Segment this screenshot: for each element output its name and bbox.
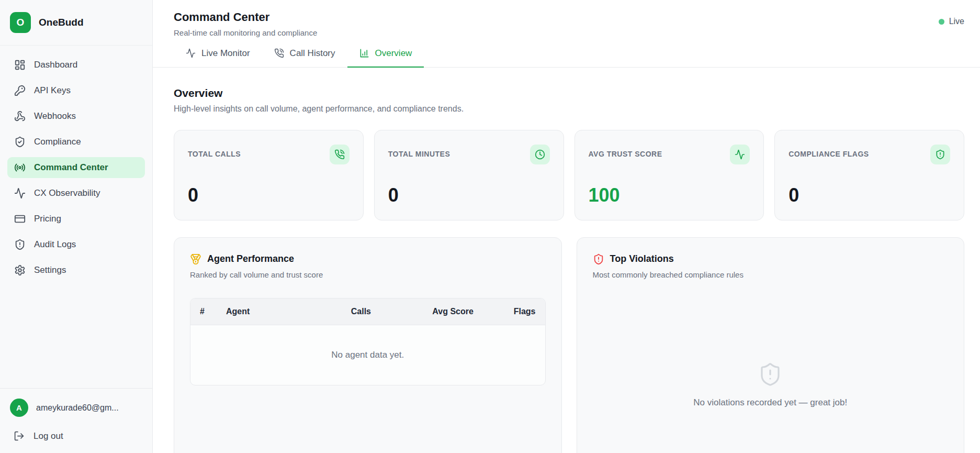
tab-bar: Live Monitor Call History Overview <box>153 42 980 68</box>
stat-card-total-minutes: TOTAL MINUTES 0 <box>374 130 564 220</box>
shield-alert-icon <box>593 253 604 265</box>
column-header-avg-score: Avg Score <box>407 307 499 316</box>
activity-icon <box>186 48 196 58</box>
agent-table-header: # Agent Calls Avg Score Flags <box>190 299 545 325</box>
panel-subtitle: Most commonly breached compliance rules <box>593 270 949 279</box>
tab-call-history[interactable]: Call History <box>262 42 347 68</box>
stat-value: 0 <box>188 184 350 206</box>
violations-empty-state: No violations recorded yet — great job! <box>593 362 949 408</box>
brand-logo: O <box>10 12 31 33</box>
logout-button[interactable]: Log out <box>10 430 142 441</box>
page-header: Command Center Real-time call monitoring… <box>153 0 980 37</box>
key-icon <box>14 85 26 96</box>
shield-alert-icon <box>930 145 950 164</box>
sidebar: O OneBudd Dashboard API Keys Webhooks <box>0 0 153 453</box>
stat-value: 0 <box>788 184 950 206</box>
stat-card-compliance-flags: COMPLIANCE FLAGS 0 <box>774 130 964 220</box>
sidebar-item-label: Webhooks <box>34 111 76 121</box>
sidebar-item-dashboard[interactable]: Dashboard <box>7 54 145 75</box>
sidebar-item-webhooks[interactable]: Webhooks <box>7 106 145 127</box>
main-area: Command Center Real-time call monitoring… <box>153 0 980 453</box>
sidebar-item-label: Settings <box>34 265 66 275</box>
sidebar-item-audit-logs[interactable]: Audit Logs <box>7 234 145 255</box>
clock-icon <box>530 145 550 164</box>
sidebar-item-label: Pricing <box>34 214 61 224</box>
panel-title: Top Violations <box>610 253 674 264</box>
activity-icon <box>14 187 26 199</box>
section-heading: Overview <box>174 87 964 100</box>
page-title: Command Center <box>174 10 317 25</box>
sidebar-item-compliance[interactable]: Compliance <box>7 131 145 152</box>
gear-icon <box>14 264 26 276</box>
logout-label: Log out <box>33 431 63 441</box>
shield-alert-icon <box>14 239 26 250</box>
phone-call-icon <box>330 145 350 164</box>
top-violations-panel: Top Violations Most commonly breached co… <box>577 237 965 453</box>
stat-cards: TOTAL CALLS 0 TOTAL MINUTES 0 <box>174 130 964 220</box>
column-header-rank: # <box>200 307 226 316</box>
violations-empty-message: No violations recorded yet — great job! <box>593 397 949 408</box>
stat-value: 100 <box>589 184 750 206</box>
tab-label: Live Monitor <box>201 48 250 59</box>
sidebar-item-settings[interactable]: Settings <box>7 260 145 281</box>
sidebar-item-pricing[interactable]: Pricing <box>7 208 145 229</box>
panel-title: Agent Performance <box>207 253 294 264</box>
panels: Agent Performance Ranked by call volume … <box>174 237 964 453</box>
sidebar-item-command-center[interactable]: Command Center <box>7 157 145 178</box>
stat-value: 0 <box>388 184 550 206</box>
sidebar-item-cx-observability[interactable]: CX Observability <box>7 183 145 204</box>
tab-live-monitor[interactable]: Live Monitor <box>174 42 262 68</box>
user-row[interactable]: A ameykurade60@gm... <box>10 399 142 417</box>
stat-card-total-calls: TOTAL CALLS 0 <box>174 130 364 220</box>
sidebar-item-label: Audit Logs <box>34 239 76 250</box>
radio-icon <box>14 162 26 173</box>
logout-icon <box>14 430 25 441</box>
live-label: Live <box>949 17 964 26</box>
tab-overview[interactable]: Overview <box>347 42 424 68</box>
sidebar-item-label: Dashboard <box>34 60 77 70</box>
brand: O OneBudd <box>0 0 152 46</box>
sidebar-nav: Dashboard API Keys Webhooks Compliance C… <box>0 46 152 290</box>
tab-label: Call History <box>290 48 335 59</box>
medal-icon <box>190 253 201 265</box>
brand-name: OneBudd <box>39 17 84 28</box>
activity-icon <box>730 145 750 164</box>
live-dot-icon <box>939 19 944 25</box>
avatar: A <box>10 399 28 417</box>
sidebar-item-label: CX Observability <box>34 188 100 198</box>
column-header-agent: Agent <box>226 307 315 316</box>
dashboard-icon <box>14 59 26 71</box>
panel-subtitle: Ranked by call volume and trust score <box>190 270 546 279</box>
column-header-calls: Calls <box>315 307 407 316</box>
agent-table-empty-message: No agent data yet. <box>190 325 545 385</box>
agent-table: # Agent Calls Avg Score Flags No agent d… <box>190 298 546 385</box>
shield-alert-icon <box>593 362 949 387</box>
stat-label: TOTAL MINUTES <box>388 145 450 158</box>
bar-chart-icon <box>359 48 369 58</box>
user-email: ameykurade60@gm... <box>36 403 119 413</box>
sidebar-item-label: API Keys <box>34 85 71 96</box>
agent-performance-panel: Agent Performance Ranked by call volume … <box>174 237 562 453</box>
phone-icon <box>274 48 284 58</box>
sidebar-item-api-keys[interactable]: API Keys <box>7 80 145 101</box>
stat-label: TOTAL CALLS <box>188 145 241 158</box>
live-status-badge: Live <box>939 17 964 26</box>
credit-card-icon <box>14 213 26 225</box>
section-subheading: High-level insights on call volume, agen… <box>174 104 964 114</box>
sidebar-item-label: Compliance <box>34 137 81 147</box>
column-header-flags: Flags <box>499 307 536 316</box>
shield-check-icon <box>14 136 26 148</box>
tab-label: Overview <box>375 48 412 59</box>
sidebar-footer: A ameykurade60@gm... Log out <box>0 388 152 453</box>
page-subtitle: Real-time call monitoring and compliance <box>174 28 317 37</box>
stat-label: AVG TRUST SCORE <box>589 145 662 158</box>
sidebar-item-label: Command Center <box>34 162 108 173</box>
stat-card-avg-trust-score: AVG TRUST SCORE 100 <box>575 130 764 220</box>
stat-label: COMPLIANCE FLAGS <box>788 145 869 158</box>
content: Overview High-level insights on call vol… <box>153 68 980 453</box>
webhook-icon <box>14 111 26 122</box>
